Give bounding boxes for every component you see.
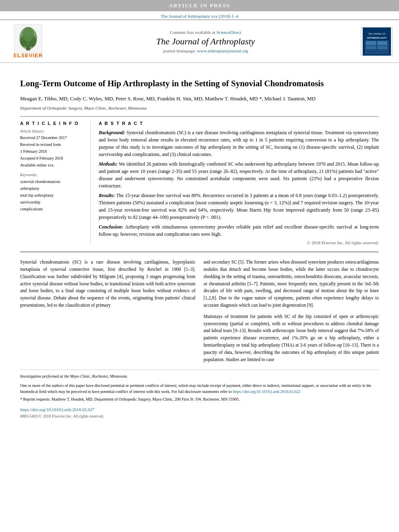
svg-rect-11	[366, 46, 376, 49]
elsevier-logo: ELSEVIER	[6, 24, 50, 58]
abstract-conclusion: Conclusion: Arthroplasty with simultaneo…	[99, 223, 379, 238]
body-paragraph-2: and secondary SC [5]. The former arises …	[204, 259, 379, 309]
abstract-results: Results: The 15-year disease-free surviv…	[99, 192, 379, 221]
header-center: Contents lists available at ScienceDirec…	[50, 30, 361, 53]
journal-logo-icon: THE JOURNAL OF ARTHROPLASTY	[363, 27, 391, 56]
info-abstract-section: A R T I C L E I N F O Article history: R…	[20, 121, 379, 245]
banner-text: ARTICLE IN PRESS	[169, 2, 230, 8]
copyright-notice: © 2018 Elsevier Inc. All rights reserved…	[99, 240, 379, 245]
abstract-label: A B S T R A C T	[99, 121, 379, 126]
article-info-col: A R T I C L E I N F O Article history: R…	[20, 121, 91, 245]
conflict-note: One or more of the authors of this paper…	[20, 382, 379, 395]
authors: Meagan E. Tibbo, MD, Cody C. Wyles, MD, …	[20, 95, 379, 103]
issn-line: 0883-5403/© 2018 Elsevier Inc. All right…	[20, 413, 379, 419]
doi-line: https://doi.org/10.1016/j.arth.2018.02.0…	[20, 406, 379, 413]
article-info-label: A R T I C L E I N F O	[20, 121, 85, 126]
footnote-area: Investigation performed at the Mayo Clin…	[20, 370, 379, 419]
keyword-4: survivorship	[20, 199, 85, 206]
svg-text:THE JOURNAL OF: THE JOURNAL OF	[368, 33, 386, 35]
keyword-1: synovial chondromatosis	[20, 178, 85, 185]
body-col-left: Synovial chondromatosis (SC) is a rare d…	[20, 259, 195, 363]
keyword-list: synovial chondromatosis arthroplasty tot…	[20, 178, 85, 212]
article-in-press-banner: ARTICLE IN PRESS	[0, 0, 399, 11]
abstract-methods: Methods: We identified 26 patients with …	[99, 160, 379, 189]
body-text-section: Synovial chondromatosis (SC) is a rare d…	[20, 259, 379, 363]
svg-rect-10	[366, 41, 376, 45]
header-divider	[20, 116, 379, 117]
keyword-3: total hip arthroplasty	[20, 192, 85, 199]
body-paragraph-1: Synovial chondromatosis (SC) is a rare d…	[20, 259, 195, 309]
issn-text: 0883-5403/© 2018 Elsevier Inc. All right…	[20, 414, 104, 418]
reprint-note: * Reprint requests: Matthew T. Houdek, M…	[20, 396, 379, 402]
svg-rect-13	[377, 46, 387, 49]
homepage-url[interactable]: www.arthroplastyjournal.org	[197, 48, 248, 53]
keyword-5: complications	[20, 206, 85, 212]
doi-url[interactable]: https://doi.org/10.1016/j.arth.2018.02.0…	[20, 407, 94, 412]
keywords-group: Keywords: synovial chondromatosis arthro…	[20, 172, 85, 212]
svg-point-5	[23, 27, 34, 42]
sciencedirect-link[interactable]: ScienceDirect	[216, 30, 241, 35]
body-divider	[20, 251, 379, 252]
elsevier-tree-icon	[14, 24, 42, 52]
affiliation: Department of Orthopedic Surgery, Mayo C…	[20, 106, 379, 110]
journal-logo: THE JOURNAL OF ARTHROPLASTY	[361, 27, 393, 56]
keyword-2: arthroplasty	[20, 185, 85, 192]
article-title: Long-Term Outcome of Hip Arthroplasty in…	[20, 78, 379, 89]
history-group: Article history: Received 27 December 20…	[20, 129, 85, 168]
svg-rect-12	[377, 41, 387, 45]
body-col-right: and secondary SC [5]. The former arises …	[204, 259, 379, 363]
journal-title: The Journal of Arthroplasty	[50, 36, 361, 47]
conflict-url[interactable]: https://doi.org/10.1016/j.arth.2018.02.0…	[233, 389, 301, 394]
svg-text:ARTHROPLASTY: ARTHROPLASTY	[367, 37, 387, 39]
investigation-note: Investigation performed at the Mayo Clin…	[20, 373, 379, 379]
journal-reference-bar: The Journal of Arthroplasty xxx (2018) 1…	[0, 11, 399, 19]
history-label: Article history:	[20, 129, 85, 133]
elsevier-label: ELSEVIER	[14, 52, 43, 58]
history-dates: Received 27 December 2017 Received in re…	[20, 134, 85, 168]
journal-homepage: journal homepage: www.arthroplastyjourna…	[50, 48, 361, 53]
journal-reference-text: The Journal of Arthroplasty xxx (2018) 1…	[161, 14, 238, 19]
abstract-col: A B S T R A C T Background: Synovial cho…	[99, 121, 379, 245]
journal-header: ELSEVIER Contents lists available at Sci…	[0, 19, 399, 63]
keywords-label: Keywords:	[20, 172, 85, 177]
article-body: Long-Term Outcome of Hip Arthroplasty in…	[0, 63, 399, 427]
abstract-background: Background: Synovial chondromatosis (SC)…	[99, 129, 379, 158]
contents-line: Contents lists available at ScienceDirec…	[50, 30, 361, 35]
body-paragraph-3: Mainstays of treatment for patients with…	[204, 313, 379, 364]
